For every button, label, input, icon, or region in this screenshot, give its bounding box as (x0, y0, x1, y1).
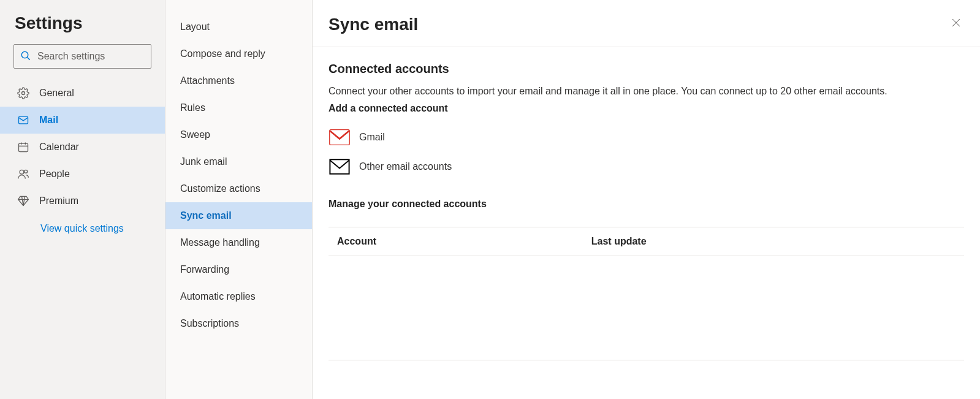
close-button[interactable] (948, 15, 964, 32)
primary-nav: General Mail Calendar People (0, 80, 165, 215)
svg-point-9 (25, 170, 28, 173)
nav-item-mail[interactable]: Mail (0, 107, 165, 134)
subnav-item-junk[interactable]: Junk email (165, 148, 312, 175)
gmail-icon (329, 129, 351, 145)
nav-label: People (39, 169, 70, 180)
svg-point-8 (20, 170, 24, 174)
subnav-item-rules[interactable]: Rules (165, 94, 312, 121)
view-quick-settings-link[interactable]: View quick settings (0, 215, 165, 234)
connected-accounts-heading: Connected accounts (329, 62, 964, 76)
subnav-item-forwarding[interactable]: Forwarding (165, 256, 312, 283)
settings-panel: Settings General Mail (0, 0, 980, 399)
close-icon (951, 20, 962, 30)
nav-item-general[interactable]: General (0, 80, 165, 107)
search-icon (20, 50, 37, 63)
nav-label: Mail (39, 115, 58, 126)
subnav-item-customize[interactable]: Customize actions (165, 175, 312, 202)
mail-icon (17, 114, 39, 126)
nav-label: General (39, 88, 74, 99)
svg-line-1 (27, 57, 30, 60)
subnav-item-sync-email[interactable]: Sync email (165, 202, 312, 229)
page-title: Sync email (329, 15, 418, 34)
nav-label: Calendar (39, 142, 79, 153)
primary-sidebar: Settings General Mail (0, 0, 165, 399)
settings-title: Settings (0, 13, 165, 44)
subnav-item-sweep[interactable]: Sweep (165, 121, 312, 148)
content-header: Sync email (313, 0, 980, 47)
connected-accounts-table: Account Last update (329, 227, 964, 360)
subnav-item-message-handling[interactable]: Message handling (165, 229, 312, 256)
nav-item-premium[interactable]: Premium (0, 188, 165, 215)
add-other-email-option[interactable]: Other email accounts (329, 152, 964, 181)
add-gmail-label: Gmail (359, 132, 385, 143)
subnav-item-compose[interactable]: Compose and reply (165, 40, 312, 67)
table-empty-area (329, 256, 964, 360)
subnav-item-automatic-replies[interactable]: Automatic replies (165, 283, 312, 310)
svg-rect-3 (19, 116, 28, 124)
subnav-item-layout[interactable]: Layout (165, 13, 312, 40)
connected-accounts-desc: Connect your other accounts to import yo… (329, 85, 964, 98)
calendar-icon (17, 141, 39, 153)
secondary-sidebar: Layout Compose and reply Attachments Rul… (165, 0, 313, 399)
add-other-email-label: Other email accounts (359, 161, 452, 172)
manage-accounts-heading: Manage your connected accounts (329, 199, 964, 210)
nav-item-people[interactable]: People (0, 161, 165, 188)
diamond-icon (17, 195, 39, 207)
add-gmail-option[interactable]: Gmail (329, 123, 964, 152)
search-input[interactable] (37, 51, 145, 62)
people-icon (17, 168, 39, 180)
search-box[interactable] (13, 44, 151, 69)
content-scroll[interactable]: Connected accounts Connect your other ac… (313, 47, 980, 399)
subnav-item-attachments[interactable]: Attachments (165, 67, 312, 94)
nav-item-calendar[interactable]: Calendar (0, 134, 165, 161)
svg-point-0 (21, 51, 28, 58)
svg-rect-17 (330, 160, 349, 174)
svg-rect-4 (19, 143, 28, 151)
envelope-icon (329, 159, 351, 175)
nav-label: Premium (39, 196, 78, 207)
svg-rect-16 (330, 130, 350, 145)
col-header-account: Account (329, 227, 583, 256)
subnav-item-subscriptions[interactable]: Subscriptions (165, 310, 312, 337)
svg-point-2 (22, 92, 25, 95)
subnav-list: Layout Compose and reply Attachments Rul… (165, 13, 312, 337)
gear-icon (17, 87, 39, 99)
col-header-last-update: Last update (583, 227, 964, 256)
content-pane: Sync email Connected accounts Connect yo… (313, 0, 980, 399)
add-connected-account-heading: Add a connected account (329, 103, 964, 114)
